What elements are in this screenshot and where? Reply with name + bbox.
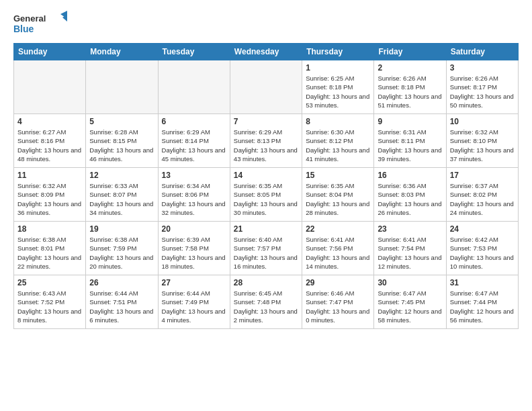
day-info: Sunrise: 6:26 AMSunset: 8:17 PMDaylight:… [450, 74, 515, 109]
day-number: 8 [306, 117, 370, 126]
day-cell: 18Sunrise: 6:38 AMSunset: 8:01 PMDayligh… [14, 222, 86, 275]
day-number: 6 [162, 117, 226, 126]
day-info: Sunrise: 6:39 AMSunset: 7:58 PMDaylight:… [162, 235, 226, 271]
day-cell: 7Sunrise: 6:29 AMSunset: 8:13 PMDaylight… [230, 114, 302, 168]
day-cell [230, 60, 302, 114]
day-number: 12 [89, 171, 154, 180]
day-info: Sunrise: 6:30 AMSunset: 8:12 PMDaylight:… [306, 128, 370, 163]
day-cell: 14Sunrise: 6:35 AMSunset: 8:05 PMDayligh… [230, 168, 302, 222]
day-cell: 11Sunrise: 6:32 AMSunset: 8:09 PMDayligh… [14, 168, 86, 222]
day-number: 23 [378, 224, 442, 234]
day-info: Sunrise: 6:43 AMSunset: 7:52 PMDaylight:… [17, 289, 82, 324]
calendar-table: SundayMondayTuesdayWednesdayThursdayFrid… [13, 43, 519, 329]
day-number: 13 [162, 171, 226, 180]
day-info: Sunrise: 6:41 AMSunset: 7:54 PMDaylight:… [378, 235, 442, 271]
day-info: Sunrise: 6:31 AMSunset: 8:11 PMDaylight:… [378, 128, 442, 163]
day-number: 30 [378, 278, 442, 287]
day-cell: 12Sunrise: 6:33 AMSunset: 8:07 PMDayligh… [86, 168, 158, 222]
day-cell: 24Sunrise: 6:42 AMSunset: 7:53 PMDayligh… [446, 222, 518, 275]
week-row-1: 1Sunrise: 6:25 AMSunset: 8:18 PMDaylight… [14, 60, 519, 114]
svg-text:Blue: Blue [13, 24, 34, 34]
day-info: Sunrise: 6:46 AMSunset: 7:47 PMDaylight:… [306, 289, 370, 324]
day-info: Sunrise: 6:29 AMSunset: 8:14 PMDaylight:… [162, 128, 226, 163]
day-cell: 1Sunrise: 6:25 AMSunset: 8:18 PMDaylight… [302, 60, 374, 114]
day-info: Sunrise: 6:44 AMSunset: 7:49 PMDaylight:… [162, 289, 226, 324]
day-cell [158, 60, 230, 114]
day-number: 25 [17, 278, 82, 287]
header: General Blue [13, 11, 519, 38]
day-number: 22 [306, 224, 370, 234]
day-number: 1 [306, 63, 370, 73]
day-number: 21 [234, 224, 298, 234]
day-cell: 29Sunrise: 6:46 AMSunset: 7:47 PMDayligh… [302, 275, 374, 329]
header-cell-monday: Monday [86, 44, 158, 60]
day-cell: 8Sunrise: 6:30 AMSunset: 8:12 PMDaylight… [302, 114, 374, 168]
day-cell: 10Sunrise: 6:32 AMSunset: 8:10 PMDayligh… [446, 114, 518, 168]
day-cell: 4Sunrise: 6:27 AMSunset: 8:16 PMDaylight… [14, 114, 86, 168]
day-number: 7 [234, 117, 298, 126]
day-info: Sunrise: 6:28 AMSunset: 8:15 PMDaylight:… [89, 128, 154, 163]
day-info: Sunrise: 6:41 AMSunset: 7:56 PMDaylight:… [306, 235, 370, 271]
day-info: Sunrise: 6:42 AMSunset: 7:53 PMDaylight:… [450, 235, 515, 271]
logo: General Blue [13, 11, 67, 38]
day-number: 14 [234, 171, 298, 180]
day-cell: 31Sunrise: 6:47 AMSunset: 7:44 PMDayligh… [446, 275, 518, 329]
day-number: 4 [17, 117, 82, 126]
day-info: Sunrise: 6:33 AMSunset: 8:07 PMDaylight:… [89, 181, 154, 217]
day-cell: 19Sunrise: 6:38 AMSunset: 7:59 PMDayligh… [86, 222, 158, 275]
day-number: 27 [162, 278, 226, 287]
day-number: 2 [378, 63, 442, 73]
day-cell: 22Sunrise: 6:41 AMSunset: 7:56 PMDayligh… [302, 222, 374, 275]
day-info: Sunrise: 6:35 AMSunset: 8:04 PMDaylight:… [306, 181, 370, 217]
week-row-4: 18Sunrise: 6:38 AMSunset: 8:01 PMDayligh… [14, 222, 519, 275]
header-cell-friday: Friday [374, 44, 446, 60]
day-number: 20 [162, 224, 226, 234]
day-cell: 23Sunrise: 6:41 AMSunset: 7:54 PMDayligh… [374, 222, 446, 275]
day-number: 9 [378, 117, 442, 126]
week-row-3: 11Sunrise: 6:32 AMSunset: 8:09 PMDayligh… [14, 168, 519, 222]
day-number: 10 [450, 117, 515, 126]
day-number: 19 [89, 224, 154, 234]
day-info: Sunrise: 6:38 AMSunset: 8:01 PMDaylight:… [17, 235, 82, 271]
day-cell: 3Sunrise: 6:26 AMSunset: 8:17 PMDaylight… [446, 60, 518, 114]
day-number: 29 [306, 278, 370, 287]
day-number: 18 [17, 224, 82, 234]
day-cell: 30Sunrise: 6:47 AMSunset: 7:45 PMDayligh… [374, 275, 446, 329]
svg-text:General: General [13, 13, 46, 24]
day-info: Sunrise: 6:40 AMSunset: 7:57 PMDaylight:… [234, 235, 298, 271]
header-cell-tuesday: Tuesday [158, 44, 230, 60]
day-cell: 15Sunrise: 6:35 AMSunset: 8:04 PMDayligh… [302, 168, 374, 222]
day-number: 17 [450, 171, 515, 180]
day-cell: 13Sunrise: 6:34 AMSunset: 8:06 PMDayligh… [158, 168, 230, 222]
day-info: Sunrise: 6:29 AMSunset: 8:13 PMDaylight:… [234, 128, 298, 163]
header-cell-sunday: Sunday [14, 44, 86, 60]
day-info: Sunrise: 6:35 AMSunset: 8:05 PMDaylight:… [234, 181, 298, 217]
day-number: 3 [450, 63, 515, 73]
day-cell: 6Sunrise: 6:29 AMSunset: 8:14 PMDaylight… [158, 114, 230, 168]
logo-svg: General Blue [13, 11, 67, 38]
day-number: 5 [89, 117, 154, 126]
day-cell: 21Sunrise: 6:40 AMSunset: 7:57 PMDayligh… [230, 222, 302, 275]
day-info: Sunrise: 6:25 AMSunset: 8:18 PMDaylight:… [306, 74, 370, 109]
header-cell-wednesday: Wednesday [230, 44, 302, 60]
day-cell: 20Sunrise: 6:39 AMSunset: 7:58 PMDayligh… [158, 222, 230, 275]
day-info: Sunrise: 6:38 AMSunset: 7:59 PMDaylight:… [89, 235, 154, 271]
day-number: 15 [306, 171, 370, 180]
day-cell: 5Sunrise: 6:28 AMSunset: 8:15 PMDaylight… [86, 114, 158, 168]
day-cell: 9Sunrise: 6:31 AMSunset: 8:11 PMDaylight… [374, 114, 446, 168]
header-row: SundayMondayTuesdayWednesdayThursdayFrid… [14, 44, 519, 60]
day-info: Sunrise: 6:32 AMSunset: 8:10 PMDaylight:… [450, 128, 515, 163]
week-row-5: 25Sunrise: 6:43 AMSunset: 7:52 PMDayligh… [14, 275, 519, 329]
day-cell: 25Sunrise: 6:43 AMSunset: 7:52 PMDayligh… [14, 275, 86, 329]
day-number: 16 [378, 171, 442, 180]
day-info: Sunrise: 6:26 AMSunset: 8:18 PMDaylight:… [378, 74, 442, 109]
day-info: Sunrise: 6:37 AMSunset: 8:02 PMDaylight:… [450, 181, 515, 217]
day-cell: 27Sunrise: 6:44 AMSunset: 7:49 PMDayligh… [158, 275, 230, 329]
day-cell: 16Sunrise: 6:36 AMSunset: 8:03 PMDayligh… [374, 168, 446, 222]
day-cell: 17Sunrise: 6:37 AMSunset: 8:02 PMDayligh… [446, 168, 518, 222]
day-number: 24 [450, 224, 515, 234]
day-cell [86, 60, 158, 114]
day-info: Sunrise: 6:27 AMSunset: 8:16 PMDaylight:… [17, 128, 82, 163]
day-info: Sunrise: 6:34 AMSunset: 8:06 PMDaylight:… [162, 181, 226, 217]
day-info: Sunrise: 6:47 AMSunset: 7:45 PMDaylight:… [378, 289, 442, 324]
